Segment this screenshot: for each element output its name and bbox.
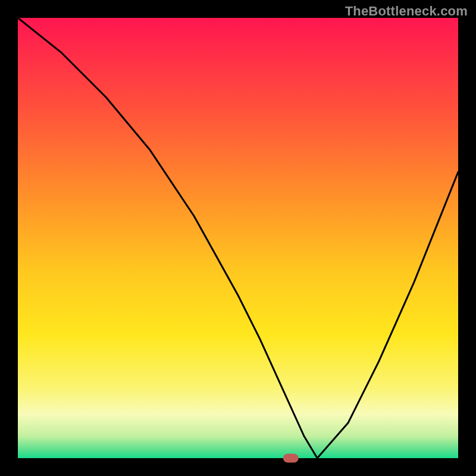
watermark-text: TheBottleneck.com xyxy=(345,4,468,19)
optimum-marker xyxy=(283,454,299,463)
chart-container: { "watermark": "TheBottleneck.com", "cha… xyxy=(0,0,476,476)
bottleneck-chart xyxy=(0,0,476,476)
gradient-background xyxy=(18,18,458,458)
